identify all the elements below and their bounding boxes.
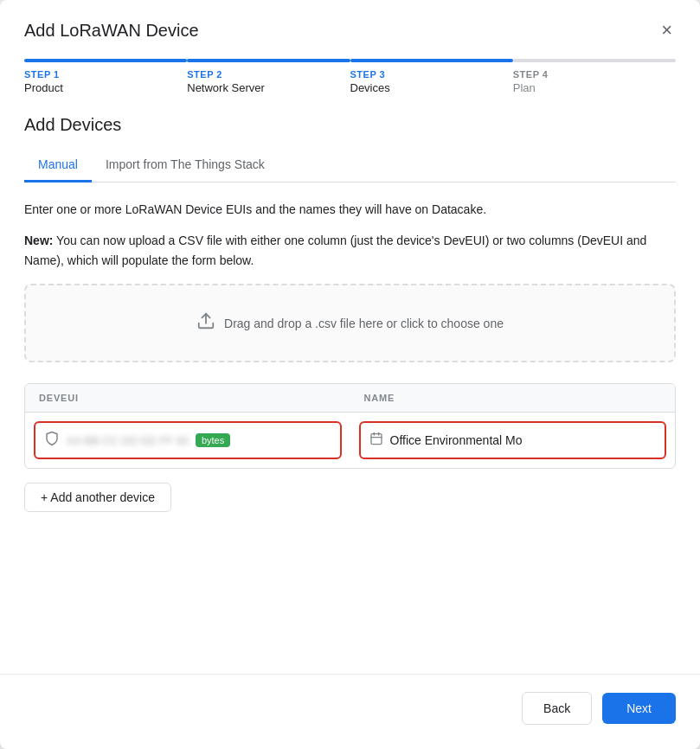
- tab-manual[interactable]: Manual: [24, 149, 92, 182]
- deveui-blurred-value: AA BB CC DD EE FF 00: [67, 434, 189, 447]
- modal-footer: Back Next: [0, 674, 700, 749]
- step-1-name: Product: [24, 81, 63, 94]
- table-header: DEVEUI NAME: [25, 384, 675, 413]
- upload-zone[interactable]: Drag and drop a .csv file here or click …: [24, 284, 676, 362]
- step-4-name: Plan: [513, 81, 536, 94]
- close-button[interactable]: ×: [658, 17, 676, 43]
- step-3-label: STEP 3: [350, 69, 386, 80]
- next-button[interactable]: Next: [602, 693, 676, 724]
- back-button[interactable]: Back: [522, 692, 592, 725]
- device-table: DEVEUI NAME AA BB CC DD EE FF 00 bytes: [24, 383, 676, 469]
- step-2-label: STEP 2: [187, 69, 222, 80]
- upload-icon: [196, 311, 215, 335]
- section-title: Add Devices: [24, 115, 676, 135]
- bytes-badge: bytes: [196, 433, 230, 447]
- fingerprint-icon: [44, 431, 60, 450]
- modal-body: Add Devices Manual Import from The Thing…: [0, 94, 700, 674]
- table-row: AA BB CC DD EE FF 00 bytes: [25, 413, 675, 468]
- add-another-device-button[interactable]: + Add another device: [24, 483, 171, 512]
- description-new-text: You can now upload a CSV file with eithe…: [24, 234, 646, 266]
- modal-title: Add LoRaWAN Device: [24, 21, 199, 41]
- deveui-input-wrapper[interactable]: AA BB CC DD EE FF 00 bytes: [34, 421, 342, 459]
- name-input-wrapper[interactable]: [359, 421, 667, 459]
- step-4-bar: [513, 59, 676, 62]
- step-3-name: Devices: [350, 81, 390, 94]
- step-2: STEP 2 Network Server: [187, 59, 350, 94]
- description-new: New: You can now upload a CSV file with …: [24, 231, 676, 270]
- step-3: STEP 3 Devices: [350, 59, 513, 94]
- tab-things-stack[interactable]: Import from The Things Stack: [92, 149, 279, 182]
- step-4: STEP 4 Plan: [513, 59, 676, 94]
- upload-zone-text: Drag and drop a .csv file here or click …: [224, 317, 504, 330]
- modal-container: Add LoRaWAN Device × STEP 1 Product STEP…: [0, 0, 700, 749]
- step-4-label: STEP 4: [513, 69, 549, 80]
- cell-name: [350, 421, 676, 459]
- step-1-label: STEP 1: [24, 69, 60, 80]
- cell-deveui: AA BB CC DD EE FF 00 bytes: [25, 421, 350, 459]
- step-2-name: Network Server: [187, 81, 265, 94]
- device-name-icon: [369, 432, 383, 449]
- modal-header: Add LoRaWAN Device ×: [0, 0, 700, 43]
- name-input[interactable]: [390, 433, 657, 447]
- step-2-bar: [187, 59, 350, 62]
- header-deveui: DEVEUI: [25, 393, 350, 403]
- description-new-prefix: New:: [24, 234, 53, 247]
- header-name: NAME: [350, 393, 676, 403]
- svg-rect-1: [371, 434, 382, 445]
- step-3-bar: [350, 59, 513, 62]
- step-1-bar: [24, 59, 187, 62]
- tabs-container: Manual Import from The Things Stack: [24, 149, 676, 182]
- description-main: Enter one or more LoRaWAN Device EUIs an…: [24, 200, 676, 219]
- steps-container: STEP 1 Product STEP 2 Network Server STE…: [0, 43, 700, 94]
- step-1: STEP 1 Product: [24, 59, 187, 94]
